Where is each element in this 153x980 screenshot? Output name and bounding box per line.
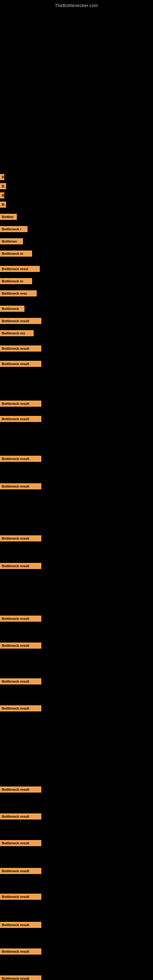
bar-label: Bottleneck resu <box>0 290 37 296</box>
bar-row: Bottleneck result <box>0 482 41 491</box>
bar-label: Bottleneck result <box>0 318 41 324</box>
bar-label: Bottleneck result <box>0 786 41 792</box>
bar-label: Bottleneck result <box>0 361 41 367</box>
site-title-bar: TheBottlenecker.com <box>0 0 153 10</box>
bar-label: Bottlen <box>0 214 17 220</box>
bar-row: Bottleneck res <box>0 329 33 337</box>
bar-label: Bottleneck result <box>0 948 41 955</box>
bar-row: Bo <box>0 182 6 191</box>
bar-row: Bottlenec <box>0 237 23 246</box>
bar-row: B <box>0 191 4 200</box>
bar-label: Bottleneck result <box>0 416 41 422</box>
bar-row: Bottleneck re <box>0 249 32 258</box>
bar-label: B <box>0 192 4 199</box>
bar-row: Bottleneck resu <box>0 289 37 298</box>
bar-label: Bottleneck result <box>0 616 41 622</box>
bar-row: Bottleneck result <box>0 399 41 408</box>
bar-row: B <box>0 173 4 181</box>
bar-row: Bottleneck result <box>0 839 41 847</box>
bar-label: Bottlenec <box>0 238 23 244</box>
bar-row: Bottleneck result <box>0 677 41 686</box>
bar-row: Bottleneck result <box>0 704 41 713</box>
bar-row: Bottleneck result <box>0 562 41 570</box>
bar-row: Bottleneck result <box>0 785 41 794</box>
bar-label: Bottleneck result <box>0 456 41 462</box>
bar-label: Bottleneck res <box>0 330 33 336</box>
bar-row: Bottleneck result <box>0 614 41 623</box>
bar-row: Bottleneck resul <box>0 265 40 273</box>
bar-label: Bo <box>0 183 6 189</box>
bar-label: Bottleneck r <box>0 226 27 232</box>
site-title: TheBottlenecker.com <box>0 0 153 10</box>
bar-row: Bottleneck result <box>0 947 41 956</box>
bar-label: Bottleneck result <box>0 563 41 569</box>
bar-label: Bottleneck result <box>0 840 41 846</box>
bar-row: Bottleneck result <box>0 360 41 368</box>
bar-row: Bottleneck result <box>0 415 41 423</box>
bar-row: Bottleneck result <box>0 534 41 542</box>
bar-row: Bottleneck re <box>0 277 32 285</box>
bar-row: Bottlen <box>0 213 17 221</box>
bar-label: Bottleneck result <box>0 922 41 928</box>
bar-label: Bottleneck result <box>0 705 41 711</box>
bar-row: Bottleneck result <box>0 974 41 980</box>
bar-row: Bottleneck result <box>0 641 41 650</box>
bar-label: Bottleneck result <box>0 345 41 352</box>
bar-row: Bottleneck r <box>0 225 27 233</box>
bar-label: Bottleneck result <box>0 483 41 489</box>
bars-container: BBoBBoBottlenBottleneck rBottlenecBottle… <box>0 10 153 980</box>
bar-label: Bottleneck result <box>0 678 41 684</box>
bar-row: Bottleneck result <box>0 812 41 821</box>
bar-label: Bottleneck <box>0 305 24 312</box>
bar-label: Bottleneck result <box>0 975 41 980</box>
bar-row: Bottleneck result <box>0 921 41 929</box>
bar-label: Bottleneck result <box>0 401 41 407</box>
bar-row: Bo <box>0 200 6 209</box>
bar-label: Bo <box>0 202 6 208</box>
bar-label: Bottleneck result <box>0 868 41 874</box>
bar-label: Bottleneck result <box>0 643 41 649</box>
bar-row: Bottleneck result <box>0 892 41 901</box>
bar-row: Bottleneck result <box>0 317 41 325</box>
bar-label: Bottleneck result <box>0 894 41 900</box>
bar-label: B <box>0 174 4 180</box>
bar-row: Bottleneck result <box>0 455 41 463</box>
bar-label: Bottleneck re <box>0 250 32 257</box>
bar-row: Bottleneck result <box>0 344 41 353</box>
bar-row: Bottleneck <box>0 304 24 313</box>
bar-label: Bottleneck result <box>0 535 41 541</box>
bar-label: Bottleneck result <box>0 813 41 819</box>
bar-label: Bottleneck resul <box>0 266 40 272</box>
bar-label: Bottleneck re <box>0 278 32 284</box>
bar-row: Bottleneck result <box>0 867 41 875</box>
